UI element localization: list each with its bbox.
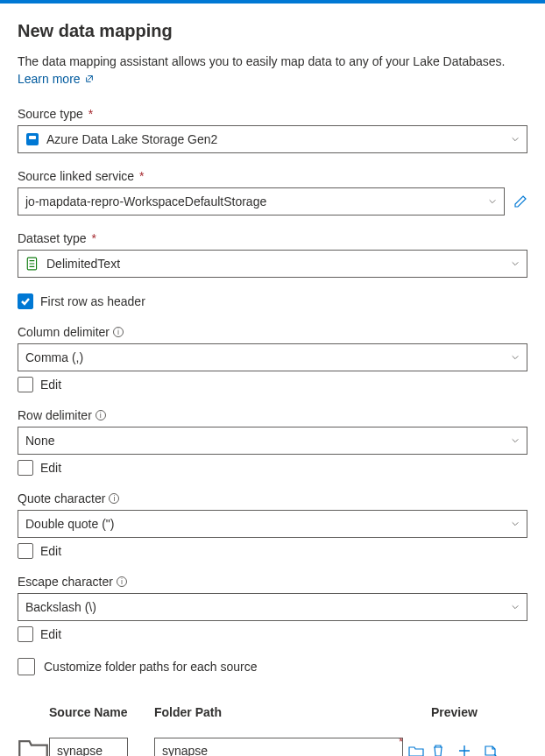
field-quote-character: Quote character i Double quote (") Edit — [18, 491, 527, 559]
label-text: Source linked service — [18, 169, 134, 183]
source-type-value: Azure Data Lake Storage Gen2 — [46, 132, 511, 146]
chevron-down-icon — [511, 519, 520, 528]
escape-character-edit-checkbox[interactable] — [18, 626, 33, 642]
required-asterisk: * — [399, 736, 403, 748]
label-escape-character: Escape character i — [18, 575, 527, 589]
label-row-delimiter: Row delimiter i — [18, 408, 527, 422]
folder-path-input[interactable] — [154, 738, 403, 756]
column-header-source-name: Source Name — [49, 705, 154, 719]
column-delimiter-value: Comma (,) — [25, 350, 511, 364]
sources-table: Source Name Folder Path Preview * — [18, 700, 527, 756]
row-actions — [431, 744, 527, 756]
page-title: New data mapping — [18, 21, 527, 41]
row-delimiter-edit-row: Edit — [18, 460, 527, 476]
label-linked-service: Source linked service * — [18, 169, 527, 183]
label-column-delimiter: Column delimiter i — [18, 325, 527, 339]
info-icon[interactable]: i — [117, 576, 127, 587]
column-header-preview: Preview — [431, 705, 527, 719]
info-icon[interactable]: i — [96, 410, 106, 420]
customize-paths-checkbox[interactable] — [18, 658, 35, 675]
page-container: New data mapping The data mapping assist… — [0, 4, 545, 756]
column-delimiter-edit-checkbox[interactable] — [18, 377, 33, 392]
escape-character-value: Backslash (\) — [25, 600, 511, 614]
field-source-type: Source type * Azure Data Lake Storage Ge… — [18, 107, 527, 153]
quote-character-select[interactable]: Double quote (") — [18, 510, 527, 538]
field-dataset-type: Dataset type * DelimitedText — [18, 231, 527, 278]
dataset-type-value: DelimitedText — [46, 257, 511, 271]
info-icon[interactable]: i — [113, 327, 124, 337]
label-quote-character: Quote character i — [18, 491, 527, 505]
external-link-icon — [85, 71, 94, 80]
label-text: Column delimiter — [18, 325, 110, 339]
label-text: Quote character — [18, 491, 105, 505]
chevron-down-icon — [511, 353, 520, 362]
delete-row-button[interactable] — [431, 744, 445, 756]
field-linked-service: Source linked service * jo-mapdata-repro… — [18, 169, 527, 215]
info-icon[interactable]: i — [109, 493, 119, 504]
learn-more-link[interactable]: Learn more — [18, 72, 94, 86]
edit-linked-service-button[interactable] — [513, 194, 527, 208]
field-column-delimiter: Column delimiter i Comma (,) Edit — [18, 325, 527, 392]
page-description: The data mapping assistant allows you to… — [18, 53, 527, 88]
label-source-type: Source type * — [18, 107, 527, 121]
column-delimiter-select[interactable]: Comma (,) — [18, 343, 527, 371]
browse-folder-button[interactable] — [408, 743, 424, 756]
field-escape-character: Escape character i Backslash (\) Edit — [18, 575, 527, 642]
azure-storage-icon — [25, 132, 39, 146]
chevron-down-icon — [511, 603, 520, 611]
linked-service-select[interactable]: jo-mapdata-repro-WorkspaceDefaultStorage — [18, 187, 505, 215]
escape-character-edit-row: Edit — [18, 626, 527, 642]
chevron-down-icon — [488, 197, 497, 206]
row-delimiter-edit-label: Edit — [40, 461, 61, 475]
first-row-header-label: First row as header — [40, 294, 145, 308]
column-delimiter-edit-label: Edit — [40, 378, 61, 392]
escape-character-edit-label: Edit — [40, 627, 61, 641]
dataset-type-select[interactable]: DelimitedText — [18, 250, 527, 278]
document-icon — [25, 257, 39, 271]
quote-character-edit-checkbox[interactable] — [18, 543, 33, 559]
quote-character-edit-row: Edit — [18, 543, 527, 559]
row-delimiter-edit-checkbox[interactable] — [18, 460, 33, 476]
quote-character-value: Double quote (") — [25, 517, 511, 531]
add-row-button[interactable] — [457, 744, 471, 756]
escape-character-select[interactable]: Backslash (\) — [18, 593, 527, 621]
preview-data-button[interactable] — [484, 744, 498, 756]
chevron-down-icon — [511, 259, 520, 268]
quote-character-edit-label: Edit — [40, 544, 61, 558]
learn-more-label: Learn more — [18, 72, 81, 86]
first-row-header-row: First row as header — [18, 293, 527, 309]
row-delimiter-select[interactable]: None — [18, 427, 527, 455]
label-text: Row delimiter — [18, 408, 92, 422]
linked-service-value: jo-mapdata-repro-WorkspaceDefaultStorage — [25, 194, 488, 208]
label-text: Escape character — [18, 575, 113, 589]
required-asterisk: * — [139, 169, 144, 183]
label-text: Dataset type — [18, 231, 87, 245]
required-asterisk: * — [92, 231, 96, 245]
column-header-folder-path: Folder Path — [154, 705, 431, 719]
customize-paths-row: Customize folder paths for each source — [18, 658, 527, 675]
source-name-input[interactable] — [49, 738, 128, 756]
field-row-delimiter: Row delimiter i None Edit — [18, 408, 527, 476]
label-text: Source type — [18, 107, 83, 121]
chevron-down-icon — [511, 436, 520, 445]
source-type-select[interactable]: Azure Data Lake Storage Gen2 — [18, 125, 527, 153]
customize-paths-label: Customize folder paths for each source — [44, 660, 258, 674]
table-row: * — [18, 728, 527, 756]
table-header: Source Name Folder Path Preview — [18, 700, 527, 728]
row-delimiter-value: None — [25, 434, 511, 448]
first-row-header-checkbox[interactable] — [18, 293, 33, 309]
column-delimiter-edit-row: Edit — [18, 377, 527, 392]
desc-text: The data mapping assistant allows you to… — [18, 54, 505, 68]
chevron-down-icon — [511, 135, 520, 144]
label-dataset-type: Dataset type * — [18, 231, 527, 245]
required-asterisk: * — [88, 107, 93, 121]
